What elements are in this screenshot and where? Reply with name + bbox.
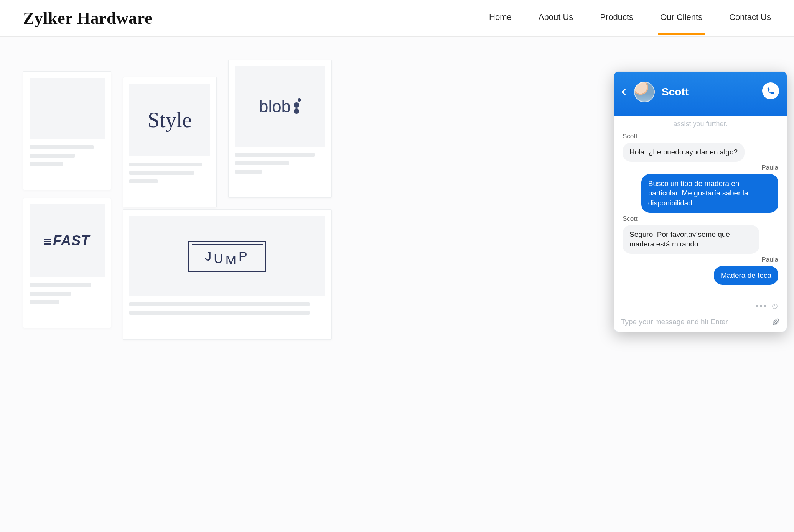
chat-agent-name: Scott [662, 86, 689, 98]
nav-contact-us[interactable]: Contact Us [729, 12, 771, 25]
client-logo-text: blob [259, 97, 301, 116]
client-logo-label: FAST [53, 233, 90, 248]
client-card-skeleton [123, 302, 331, 321]
nav-home[interactable]: Home [489, 12, 512, 25]
client-logo-text: FAST [44, 233, 90, 249]
chat-input-row [614, 312, 787, 332]
site-header: Zylker Hardware Home About Us Products O… [0, 0, 794, 37]
chat-footer-icons [614, 303, 787, 312]
client-logo-blob: blob [235, 66, 325, 147]
brand-title: Zylker Hardware [23, 8, 152, 28]
chat-bubble-agent: Seguro. Por favor,avíseme qué madera est… [623, 225, 759, 254]
primary-nav: Home About Us Products Our Clients Conta… [489, 12, 771, 25]
attach-button[interactable] [771, 318, 780, 326]
chat-body: assist you further. Scott Hola. ¿Le pued… [614, 116, 787, 303]
chat-message: Paula Madera de teca [623, 256, 778, 285]
client-logo-placeholder [30, 78, 105, 139]
client-logo-text: JUMP [188, 241, 266, 272]
client-logo-text: Style [148, 108, 192, 132]
chat-bubble-agent: Hola. ¿Le puedo ayudar en algo? [623, 143, 745, 162]
client-logo-label: blob [259, 97, 291, 116]
client-card: Style [123, 77, 217, 207]
client-card: blob [228, 60, 332, 198]
more-options-button[interactable] [756, 305, 766, 307]
chat-widget: Scott assist you further. Scott Hola. ¿L… [614, 71, 787, 332]
chat-sender-label: Scott [623, 133, 778, 140]
nav-our-clients[interactable]: Our Clients [660, 12, 702, 25]
client-logo-fast: FAST [30, 204, 105, 277]
nav-about-us[interactable]: About Us [539, 12, 573, 25]
chat-sender-label: Paula [623, 164, 778, 172]
call-button[interactable] [762, 82, 779, 99]
phone-icon [766, 87, 775, 95]
chat-message: Scott Hola. ¿Le puedo ayudar en algo? [623, 133, 778, 162]
client-logo-style: Style [129, 84, 210, 156]
paperclip-icon [771, 318, 780, 326]
client-card [23, 71, 111, 190]
client-card-skeleton [23, 145, 111, 172]
chat-header: Scott [614, 72, 787, 116]
chat-sender-label: Paula [623, 256, 778, 264]
client-card: JUMP [123, 209, 332, 340]
client-card-skeleton [229, 153, 331, 180]
chat-bubble-user: Madera de teca [714, 266, 778, 285]
chat-bubble-user: Busco un tipo de madera en particular. M… [641, 174, 778, 213]
client-card-skeleton [23, 283, 111, 310]
client-card: FAST [23, 198, 111, 328]
chat-truncated-previous: assist you further. [623, 120, 778, 128]
client-card-skeleton [123, 163, 216, 189]
chat-sender-label: Scott [623, 215, 778, 223]
page-body: Style blob FAST [0, 37, 794, 532]
chat-input[interactable] [621, 318, 767, 326]
blob-dots-icon [294, 98, 301, 114]
chat-back-button[interactable] [622, 89, 628, 95]
end-chat-button[interactable] [771, 303, 778, 310]
chat-message: Scott Seguro. Por favor,avíseme qué made… [623, 215, 778, 254]
chat-message: Paula Busco un tipo de madera en particu… [623, 164, 778, 213]
power-icon [771, 303, 778, 310]
client-logo-jump: JUMP [129, 216, 325, 296]
nav-products[interactable]: Products [600, 12, 633, 25]
speed-lines-icon [44, 238, 51, 246]
agent-avatar [634, 82, 655, 102]
